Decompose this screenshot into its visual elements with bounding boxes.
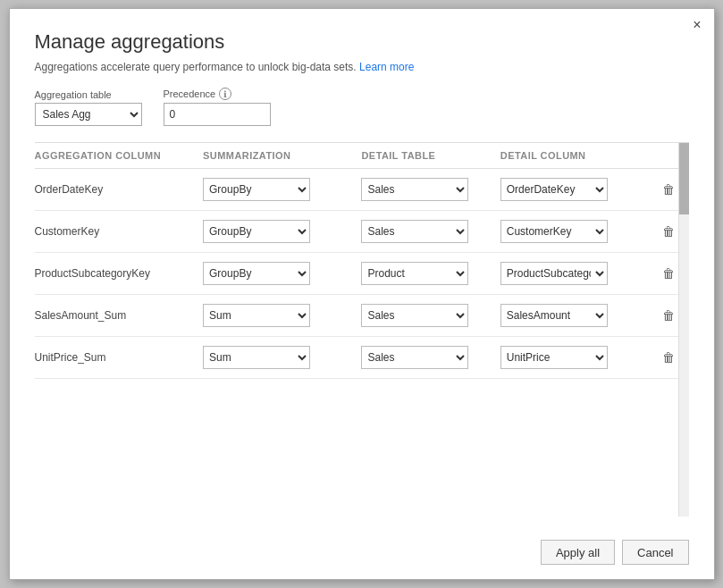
summarization-cell: GroupBySumMinMaxCountCountRowsAvg: [203, 337, 361, 379]
summarization-cell: GroupBySumMinMaxCountCountRowsAvg: [203, 253, 361, 295]
detail-column-select[interactable]: ProductSubcategory...: [500, 262, 608, 285]
dialog-subtitle: Aggregations accelerate query performanc…: [35, 61, 689, 73]
col-header-agg-column: AGGREGATION COLUMN: [35, 143, 204, 169]
precedence-input[interactable]: [164, 103, 271, 126]
detail-column-select[interactable]: OrderDateKey: [500, 178, 608, 201]
col-header-detail-table: DETAIL TABLE: [361, 143, 500, 169]
summarization-select[interactable]: GroupBySumMinMaxCountCountRowsAvg: [203, 178, 310, 201]
detail-column-cell: SalesAmount: [500, 295, 659, 337]
table-header-row: AGGREGATION COLUMN SUMMARIZATION DETAIL …: [35, 143, 689, 169]
detail-table-select[interactable]: SalesProduct: [361, 304, 468, 327]
agg-table-label: Aggregation table: [35, 89, 142, 100]
delete-row-button[interactable]: 🗑: [659, 223, 678, 240]
precedence-info-icon: ℹ: [219, 88, 231, 100]
delete-row-button[interactable]: 🗑: [659, 349, 678, 366]
detail-table-cell: SalesProduct: [361, 295, 500, 337]
detail-column-select[interactable]: SalesAmount: [500, 304, 608, 327]
detail-column-select[interactable]: CustomerKey: [500, 220, 608, 243]
summarization-cell: GroupBySumMinMaxCountCountRowsAvg: [203, 169, 361, 211]
aggregations-table-container: AGGREGATION COLUMN SUMMARIZATION DETAIL …: [35, 142, 689, 517]
agg-table-select[interactable]: Sales Agg: [35, 103, 142, 126]
table-row: ProductSubcategoryKeyGroupBySumMinMaxCou…: [35, 253, 689, 295]
controls-row: Aggregation table Sales Agg Precedence ℹ: [35, 88, 689, 126]
dialog-title: Manage aggregations: [35, 30, 689, 54]
summarization-cell: GroupBySumMinMaxCountCountRowsAvg: [203, 295, 361, 337]
detail-column-cell: OrderDateKey: [500, 169, 659, 211]
agg-column-cell: SalesAmount_Sum: [35, 295, 204, 337]
delete-row-button[interactable]: 🗑: [659, 181, 678, 198]
detail-table-select[interactable]: SalesProduct: [361, 346, 468, 369]
detail-column-cell: ProductSubcategory...: [500, 253, 659, 295]
scrollbar-thumb[interactable]: [679, 143, 689, 214]
summarization-select[interactable]: GroupBySumMinMaxCountCountRowsAvg: [203, 262, 310, 285]
detail-table-select[interactable]: SalesProduct: [361, 262, 468, 285]
summarization-select[interactable]: GroupBySumMinMaxCountCountRowsAvg: [203, 346, 310, 369]
detail-table-select[interactable]: SalesProduct: [361, 178, 468, 201]
detail-column-select[interactable]: UnitPrice: [500, 346, 608, 369]
col-header-summarization: SUMMARIZATION: [203, 143, 361, 169]
detail-table-cell: SalesProduct: [361, 169, 500, 211]
dialog-footer: Apply all Cancel: [35, 531, 689, 565]
agg-column-cell: UnitPrice_Sum: [35, 337, 204, 379]
delete-row-button[interactable]: 🗑: [659, 307, 678, 324]
detail-table-cell: SalesProduct: [361, 253, 500, 295]
manage-aggregations-dialog: × Manage aggregations Aggregations accel…: [9, 8, 715, 580]
summarization-select[interactable]: GroupBySumMinMaxCountCountRowsAvg: [203, 304, 310, 327]
learn-more-link[interactable]: Learn more: [359, 61, 414, 73]
delete-row-button[interactable]: 🗑: [659, 265, 678, 282]
agg-column-cell: CustomerKey: [35, 211, 204, 253]
agg-table-field: Aggregation table Sales Agg: [35, 89, 142, 126]
agg-column-cell: OrderDateKey: [35, 169, 204, 211]
precedence-field: Precedence ℹ: [164, 88, 271, 126]
table-row: OrderDateKeyGroupBySumMinMaxCountCountRo…: [35, 169, 689, 211]
aggregations-table: AGGREGATION COLUMN SUMMARIZATION DETAIL …: [35, 143, 689, 379]
table-row: UnitPrice_SumGroupBySumMinMaxCountCountR…: [35, 337, 689, 379]
detail-column-cell: UnitPrice: [500, 337, 659, 379]
detail-table-cell: SalesProduct: [361, 211, 500, 253]
summarization-cell: GroupBySumMinMaxCountCountRowsAvg: [203, 211, 361, 253]
table-row: CustomerKeyGroupBySumMinMaxCountCountRow…: [35, 211, 689, 253]
col-header-detail-column: DETAIL COLUMN: [500, 143, 659, 169]
detail-table-select[interactable]: SalesProduct: [361, 220, 468, 243]
summarization-select[interactable]: GroupBySumMinMaxCountCountRowsAvg: [203, 220, 310, 243]
close-button[interactable]: ×: [693, 18, 701, 32]
table-row: SalesAmount_SumGroupBySumMinMaxCountCoun…: [35, 295, 689, 337]
scrollbar-track[interactable]: [678, 143, 689, 517]
precedence-label: Precedence: [164, 88, 216, 99]
agg-column-cell: ProductSubcategoryKey: [35, 253, 204, 295]
detail-table-cell: SalesProduct: [361, 337, 500, 379]
cancel-button[interactable]: Cancel: [622, 540, 688, 565]
detail-column-cell: CustomerKey: [500, 211, 659, 253]
apply-all-button[interactable]: Apply all: [541, 540, 615, 565]
